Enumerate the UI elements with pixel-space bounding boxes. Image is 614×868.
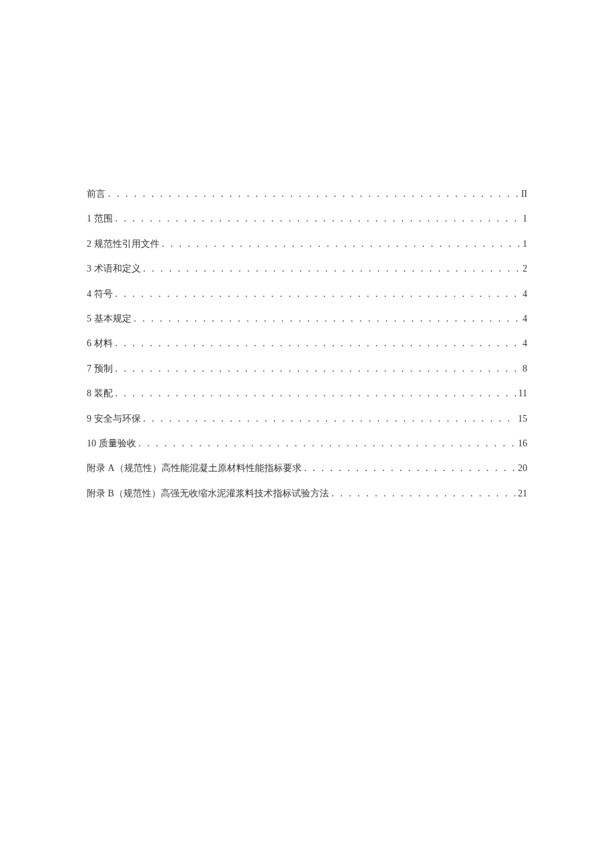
toc-entry-label: 附录 B（规范性）高强无收缩水泥灌浆料技术指标试验方法 — [87, 486, 329, 501]
toc-entry-label: 8 装配 — [87, 386, 113, 401]
toc-entry-page: 4 — [523, 312, 527, 326]
toc-entry: 4 符号 4 — [87, 287, 527, 302]
toc-leader-dots — [115, 362, 521, 376]
toc-entry-page: 4 — [523, 287, 527, 302]
toc-entry-page: 1 — [523, 211, 527, 226]
toc-entry-label: 前言 — [87, 187, 105, 201]
toc-container: 前言 II 1 范围 1 2 规范性引用文件 1 3 术语和定义 2 4 符号 … — [87, 187, 527, 501]
toc-entry-page: 2 — [523, 262, 527, 276]
toc-leader-dots — [143, 262, 521, 276]
toc-entry: 2 规范性引用文件 1 — [87, 237, 527, 252]
toc-entry-page: 16 — [518, 436, 527, 451]
toc-entry: 1 范围 1 — [87, 211, 527, 226]
toc-entry-page: 4 — [523, 336, 527, 351]
toc-leader-dots — [304, 461, 515, 476]
toc-leader-dots — [115, 336, 521, 351]
toc-leader-dots — [143, 412, 516, 426]
toc-entry: 9 安全与环保 15 — [87, 412, 527, 426]
toc-entry-page: 11 — [519, 386, 527, 401]
toc-entry-label: 附录 A（规范性）高性能混凝土原材料性能指标要求 — [87, 461, 302, 476]
toc-entry-label: 6 材料 — [87, 336, 113, 351]
toc-entry-label: 7 预制 — [87, 362, 113, 376]
toc-entry-label: 5 基本规定 — [87, 312, 131, 326]
toc-entry-label: 4 符号 — [87, 287, 113, 302]
toc-leader-dots — [115, 386, 516, 401]
toc-leader-dots — [134, 312, 521, 326]
toc-leader-dots — [108, 187, 519, 201]
toc-entry-page: 8 — [523, 362, 527, 376]
toc-entry-page: 20 — [518, 461, 527, 476]
toc-entry: 10 质量验收 16 — [87, 436, 527, 451]
toc-leader-dots — [139, 436, 516, 451]
toc-entry-page: 15 — [518, 412, 527, 426]
toc-entry-page: II — [521, 187, 527, 201]
toc-entry: 附录 A（规范性）高性能混凝土原材料性能指标要求 20 — [87, 461, 527, 476]
toc-entry: 8 装配 11 — [87, 386, 527, 401]
toc-leader-dots — [115, 211, 521, 226]
toc-entry-page: 1 — [523, 237, 527, 252]
toc-entry-page: 21 — [518, 486, 527, 501]
toc-entry-label: 3 术语和定义 — [87, 262, 141, 276]
toc-entry-label: 1 范围 — [87, 211, 113, 226]
toc-entry-label: 2 规范性引用文件 — [87, 237, 160, 252]
toc-entry: 3 术语和定义 2 — [87, 262, 527, 276]
toc-leader-dots — [162, 237, 521, 252]
toc-leader-dots — [115, 287, 521, 302]
toc-leader-dots — [332, 486, 515, 501]
toc-entry: 前言 II — [87, 187, 527, 201]
toc-entry: 5 基本规定 4 — [87, 312, 527, 326]
toc-entry: 7 预制 8 — [87, 362, 527, 376]
toc-entry: 6 材料 4 — [87, 336, 527, 351]
toc-entry: 附录 B（规范性）高强无收缩水泥灌浆料技术指标试验方法 21 — [87, 486, 527, 501]
toc-entry-label: 9 安全与环保 — [87, 412, 141, 426]
toc-entry-label: 10 质量验收 — [87, 436, 136, 451]
